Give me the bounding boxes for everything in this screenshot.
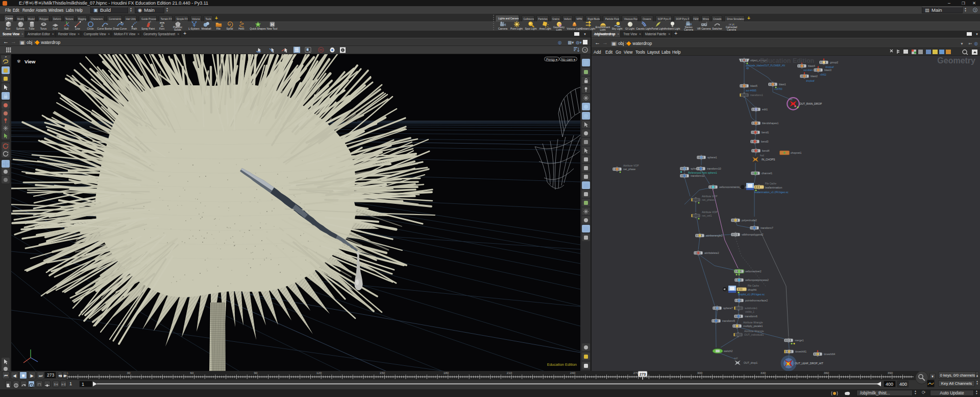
svg-text:Attribute VOP: Attribute VOP [623, 164, 639, 167]
svg-text:net_phase: net_phase [623, 168, 635, 171]
svg-text:blast2: blast2 [811, 75, 818, 78]
svg-text:390: 390 [888, 371, 893, 375]
svg-text:null: null [734, 357, 738, 360]
svg-text:30: 30 [127, 371, 131, 375]
svg-text:vellumsolver2: vellumsolver2 [745, 270, 762, 273]
svg-text:transform11: transform11 [691, 174, 704, 177]
svg-text:timeshift4: timeshift4 [824, 353, 835, 356]
svg-text:bend1: bend1 [762, 131, 769, 134]
svg-text:Attribute VOP: Attribute VOP [702, 211, 718, 214]
svg-text:transform6: transform6 [745, 315, 757, 318]
svg-text:IN_CHOPS: IN_CHOPS [762, 158, 775, 161]
svg-text:polyextrude2: polyextrude2 [742, 219, 757, 222]
svg-text:OUT_individual1: OUT_individual1 [744, 333, 764, 336]
svg-text:blast5: blast5 [750, 84, 757, 87]
svg-text:?: ? [584, 48, 586, 53]
svg-text:File Cache: File Cache [765, 182, 776, 185]
svg-text:net_vel1: net_vel1 [702, 214, 712, 217]
svg-text:vellumpostprocess2: vellumpostprocess2 [745, 278, 769, 282]
svg-text:File Cache: File Cache [748, 285, 759, 287]
svg-text:bend3: bend3 [761, 140, 769, 143]
svg-text:180: 180 [444, 371, 449, 375]
svg-text:pointsfromsurface2: pointsfromsurface2 [745, 299, 768, 302]
svg-text:300: 300 [697, 371, 703, 375]
svg-text:transform1: transform1 [750, 94, 763, 97]
svg-text:blast1: blast1 [779, 83, 786, 86]
svg-text:subdivide1: subdivide1 [745, 307, 757, 310]
svg-text:273: 273 [640, 372, 646, 377]
svg-text:330: 330 [761, 371, 766, 375]
svg-text:leafanimation: leafanimation [765, 186, 782, 189]
svg-text:bend4: bend4 [762, 149, 770, 152]
svg-text:+6402: +6402 [820, 74, 826, 76]
svg-text:timeshift1: timeshift1 [795, 350, 806, 353]
svg-text:leafanimation_v1 (/Fil.bgeo.sc: leafanimation_v1 (/Fil.bgeo.sc [754, 191, 789, 194]
svg-text:blast3: blast3 [824, 68, 831, 72]
svg-text:360: 360 [824, 371, 829, 375]
svg-text:120: 120 [316, 371, 322, 375]
svg-text:drophit_v1 (/Fil.bgeo.sc: drophit_v1 (/Fil.bgeo.sc [738, 293, 765, 296]
svg-text:attribdelete2: attribdelete2 [704, 251, 719, 254]
svg-text:OUT_drop1: OUT_drop1 [744, 361, 757, 364]
svg-text:sphere1: sphere1 [707, 156, 717, 159]
svg-text:dropleaf: dropleaf [806, 80, 815, 82]
svg-text:210: 210 [507, 371, 512, 375]
svg-text:merge1: merge1 [795, 339, 804, 342]
svg-text:out-dram: out-dram [803, 69, 813, 72]
svg-text:attribwrangle2: attribwrangle2 [706, 234, 723, 237]
svg-text:transform10: transform10 [707, 167, 721, 170]
svg-text:group2: group2 [830, 61, 838, 64]
svg-text:blendshapes1: blendshapes1 [762, 122, 778, 125]
svg-text:60: 60 [190, 371, 194, 375]
svg-text:transform5: transform5 [722, 319, 735, 322]
svg-text:edit1: edit1 [762, 108, 768, 111]
svg-text:drophit: drophit [748, 288, 757, 291]
svg-text:multiply_pscale1: multiply_pscale1 [743, 324, 763, 328]
svg-text:240: 240 [570, 371, 576, 375]
svg-text:visible_1: visible_1 [745, 311, 754, 313]
svg-text:Attribute VOP: Attribute VOP [702, 195, 718, 198]
svg-text:150: 150 [380, 371, 385, 375]
svg-text:OUT_RAIN_DROP: OUT_RAIN_DROP [799, 102, 822, 105]
svg-text:OUT_LEAF_DROP_HIT: OUT_LEAF_DROP_HIT [795, 362, 824, 365]
svg-text:hud: hud [760, 154, 764, 157]
svg-text:sphere7: sphere7 [723, 307, 733, 310]
svg-text:out-44995: out-44995 [746, 89, 756, 92]
svg-text:switch2: switch2 [724, 349, 732, 353]
svg-text:polytrade_blades/OUT_FLOWER_AN: polytrade_blades/OUT_FLOWER_AN [746, 64, 785, 67]
svg-text:null: null [789, 98, 792, 101]
svg-text:net_phase1: net_phase1 [702, 198, 716, 201]
svg-text:+16783: +16783 [774, 88, 782, 90]
svg-text:dji: dji [746, 66, 749, 69]
svg-text:chopnet1: chopnet1 [791, 151, 801, 154]
svg-text:vdbfrompolygons2: vdbfrompolygons2 [742, 233, 764, 236]
svg-text:transform7: transform7 [761, 226, 773, 229]
svg-text:channel1: channel1 [762, 172, 772, 175]
svg-text:Attribute Wrangle: Attribute Wrangle [743, 321, 763, 324]
svg-text:Attribute Wrangle: Attribute Wrangle [744, 330, 764, 333]
svg-text:blast4: blast4 [808, 64, 815, 67]
svg-text:90: 90 [254, 371, 258, 375]
